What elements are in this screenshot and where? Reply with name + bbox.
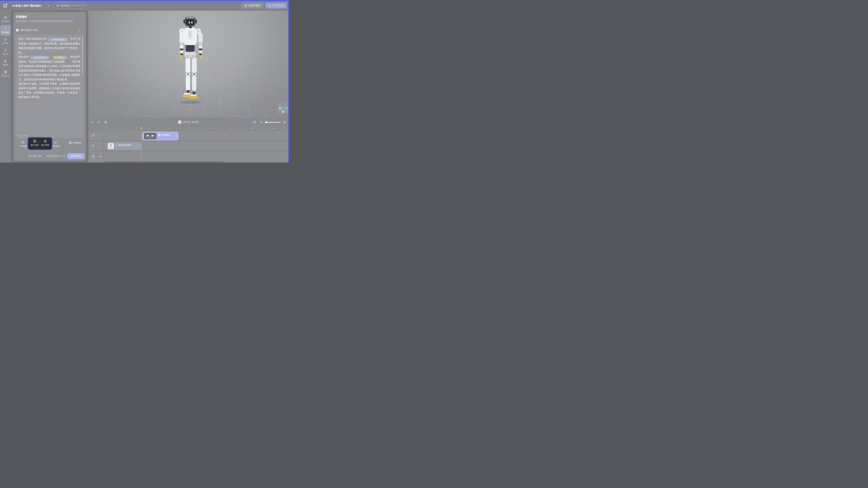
expression-clip-label: 害羞微笑 (158, 134, 170, 137)
fit-view-icon[interactable] (253, 120, 256, 124)
axis-negative-z[interactable] (282, 110, 284, 113)
expression-clip[interactable]: 害羞微笑 (142, 132, 178, 140)
timeline-horizontal-scrollbar[interactable] (104, 162, 224, 162)
axis-negative-x[interactable] (279, 107, 281, 110)
sidebar-item-my-tasks[interactable]: 我的任务 (0, 68, 10, 79)
annotation-frame-right (288, 0, 289, 163)
panel-title: 音频编排 (16, 15, 27, 19)
ruler-frame-label: 8f (189, 127, 190, 129)
sidebar-item-expression-library[interactable]: 表情库 (0, 36, 10, 47)
script-editor[interactable]: 这是一家全球领先的公司 哈哈大笑(10s)×「专注于先进机器人系统的设计、制造和… (16, 34, 84, 138)
checkbox-checked[interactable] (69, 141, 71, 144)
bracket-mark: 」 (70, 60, 72, 63)
playhead-line[interactable] (141, 128, 142, 162)
robot-face-icon (4, 38, 7, 41)
person-icon (92, 144, 95, 148)
bracket-mark: 」 (57, 42, 60, 45)
editor-content: 这是一家全球领先的公司 哈哈大笑(10s)×「专注于先进机器人系统的设计、制造和… (19, 37, 81, 99)
editor-text: 用于物流和仓储的自主移动机器人 (AMR)，以及为医疗和酒店业量身定制的服务机器… (19, 60, 81, 81)
expression-thumbnail (144, 133, 156, 139)
timeline-ruler[interactable]: 0f2f4f6f8f10f12f14f16f (88, 126, 288, 131)
save-disk-icon (244, 4, 247, 7)
remove-tag-icon[interactable]: × (65, 57, 66, 59)
insert-expression-button[interactable]: 插入表情 (41, 140, 49, 146)
play-audio-icon[interactable] (16, 29, 19, 32)
pencil-icon (48, 4, 50, 7)
axis-gizmo[interactable]: Z Y X (278, 103, 288, 114)
generate-footer: 剩余灵石 300 | 本次消耗灵石 0 立即生成 (13, 151, 86, 161)
motion-clip[interactable]: 超帅走路姿势 (107, 142, 141, 150)
sidebar-item-motion-mimic[interactable]: 动作模仿 (0, 14, 10, 25)
synthesize-save-button[interactable]: 合成并保存 (241, 3, 263, 8)
svg-text:AI: AI (22, 142, 24, 143)
ai-icon: AI (21, 141, 25, 144)
rhythm-motion-option[interactable]: 韵律动作 (69, 141, 82, 144)
speaker-icon[interactable] (99, 155, 102, 158)
sidebar-item-audio-arrange[interactable]: 音频编排 (0, 25, 10, 36)
clip-resize-handle-right[interactable] (177, 135, 178, 137)
audio-arrange-panel: 音频编排 通过音频处理，生成音频素材以及融合动作和表情的音频编排素材 默认名称1… (13, 12, 86, 152)
generate-now-button[interactable]: 立即生成 (67, 153, 84, 159)
zoom-slider-knob[interactable] (265, 121, 267, 123)
motion-track-header[interactable] (89, 142, 103, 150)
snap-toggle-icon[interactable] (246, 120, 249, 124)
expression-tag[interactable]: 哈哈大笑(10s)× (30, 56, 50, 60)
consume-stones-value: 0 (64, 155, 65, 157)
editor-scrollbar[interactable] (82, 36, 83, 74)
expression-tag[interactable]: 哈哈大笑(10s)× (48, 38, 67, 41)
delete-clip-icon[interactable] (104, 121, 107, 124)
one-click-arrange-button[interactable]: AI 一键编排 (18, 141, 28, 148)
axis-z[interactable]: Z (282, 104, 284, 106)
ruler-tick (158, 127, 159, 129)
char-count: 52 / 1,000 (19, 135, 28, 137)
bracket-mark: 」 (67, 60, 70, 63)
deploy-to-device-button[interactable]: 下发到设备 (266, 3, 287, 8)
redo-icon[interactable] (97, 121, 100, 124)
undo-icon[interactable] (91, 121, 94, 124)
remove-tag-icon[interactable]: × (65, 38, 66, 40)
editor-text: 我们致力于创新，大力投资于研发，以突破人机协作和机器学习的界限。创新机器人公司助… (19, 82, 80, 98)
motion-tag[interactable]: 弯腰(5s)× (53, 56, 67, 60)
runner-icon (115, 144, 118, 146)
consume-stones-label: 本次消耗灵石 (46, 155, 59, 157)
axis-x[interactable]: X (285, 107, 288, 110)
ruler-tick (137, 127, 138, 129)
app-logo-icon[interactable] (3, 3, 8, 8)
clip-resize-handle-left[interactable] (143, 135, 144, 137)
ruler-tick (262, 127, 263, 129)
smiley-square-icon (92, 134, 95, 137)
delete-audio-icon[interactable] (78, 28, 81, 31)
ruler-frame-label: 0f (105, 127, 107, 129)
broom-icon (54, 141, 58, 144)
sidebar-item-motion-library[interactable]: 动作库 (0, 47, 10, 58)
save-time-value: 26/01/03 12:01 (71, 4, 86, 7)
ruler-frame-label: 14f (251, 127, 253, 129)
robot-face-icon (43, 140, 47, 143)
zoom-in-icon[interactable] (283, 120, 286, 124)
task-list-icon (4, 70, 7, 74)
3d-viewport[interactable]: Z Y X (88, 11, 288, 118)
expression-lane[interactable] (104, 131, 288, 140)
music-box-icon (4, 60, 7, 63)
ruler-frame-label: 16f (272, 127, 274, 129)
timeline-play-button[interactable] (178, 120, 182, 124)
audio-lane[interactable] (104, 152, 288, 161)
project-title: A1机器人动作-我的项目1 (12, 1, 42, 11)
remove-tag-icon[interactable]: × (47, 57, 48, 59)
audio-track-header[interactable] (89, 152, 103, 161)
audio-file-name: 默认名称1.mp3 (21, 28, 37, 32)
ruler-frame-label: 2f (126, 127, 128, 129)
zoom-out-icon[interactable] (260, 120, 263, 124)
humanoid-robot (172, 16, 211, 106)
top-bar: A1机器人动作-我的项目1 保存时间 26/01/03 12:01 合成并保存 … (0, 1, 289, 11)
insert-motion-button[interactable]: 插入动作 (31, 140, 39, 146)
highlighted-insert-buttons: 插入动作 插入表情 (27, 137, 53, 150)
timeline-zoom-slider[interactable] (265, 122, 281, 123)
rename-button[interactable] (45, 3, 52, 9)
expression-track-header[interactable] (89, 131, 103, 140)
sidebar-item-audio-library[interactable]: 音频库 (0, 58, 10, 68)
motion-clip-label: 超帅走路姿势 (115, 144, 131, 147)
save-status: 保存时间 26/01/03 12:01 (54, 3, 89, 9)
audio-file-row: 默认名称1.mp3 (16, 28, 84, 32)
axis-y[interactable]: Y (282, 107, 284, 110)
